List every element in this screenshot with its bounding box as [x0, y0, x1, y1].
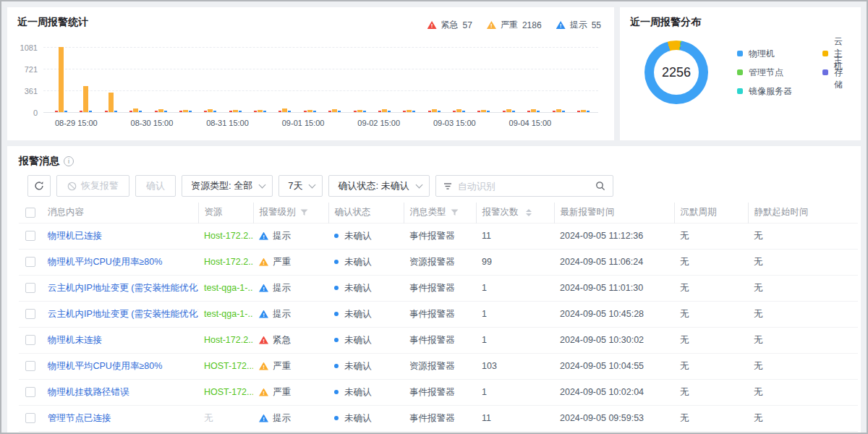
select-value: 资源类型: 全部: [191, 179, 252, 192]
bar: [382, 109, 387, 112]
x-axis-label: 08-29 15:00: [55, 119, 98, 127]
y-tick-label: 361: [25, 87, 38, 95]
filter-funnel-icon[interactable]: [300, 209, 308, 216]
row-checkbox[interactable]: [25, 361, 35, 371]
donut-hole: 2256: [654, 50, 699, 95]
table-row[interactable]: 物理机平均CPU使用率≥80%HOST-172....!严重未确认资源报警器10…: [19, 353, 858, 379]
legend-label: 严重: [501, 19, 518, 31]
table-row[interactable]: 物理机挂载路径错误HOST-172....!严重未确认事件报警器12024-09…: [19, 379, 858, 405]
ack-status: 未确认: [344, 335, 372, 345]
resource-link[interactable]: HOST-172....: [204, 387, 253, 397]
column-header-message-content: 消息内容: [42, 203, 198, 223]
level-triangle-icon: !: [259, 232, 268, 240]
level-triangle-icon: !: [259, 284, 268, 292]
row-checkbox[interactable]: [25, 309, 35, 319]
bar: [332, 109, 337, 112]
bar: [59, 47, 64, 112]
resource-type-select[interactable]: 资源类型: 全部: [182, 175, 273, 197]
select-all-checkbox[interactable]: [25, 208, 35, 218]
latest-alarm-time: 2024-09-05 11:01:30: [554, 275, 674, 301]
bar: [388, 111, 391, 112]
ack-status-select[interactable]: 确认状态: 未确认: [328, 175, 429, 197]
message-type: 事件报警器: [404, 275, 476, 301]
row-checkbox[interactable]: [25, 335, 35, 345]
bar: [338, 111, 341, 112]
row-checkbox[interactable]: [25, 231, 35, 241]
resource-link[interactable]: test-qga-1-...: [204, 283, 253, 293]
legend-item: 管理节点: [737, 67, 822, 79]
bar: [428, 111, 431, 112]
confirm-button[interactable]: 确认: [135, 175, 176, 197]
message-content-link[interactable]: 物理机平均CPU使用率≥80%: [48, 361, 162, 371]
bar-group: [129, 109, 142, 112]
legend-label: 镜像服务器: [749, 85, 792, 98]
search-icon[interactable]: [595, 181, 605, 191]
donut-chart: 2256: [644, 41, 708, 104]
column-header-level: 报警级别: [253, 203, 328, 223]
message-type: 事件报警器: [404, 379, 476, 405]
refresh-button[interactable]: [27, 175, 51, 197]
alarm-count: 1: [476, 275, 554, 301]
bar: [304, 111, 307, 112]
resource-link[interactable]: Host-172.2...: [204, 231, 253, 241]
bar-group: [179, 110, 192, 112]
bar-group: [553, 109, 565, 112]
legend-value: 57: [463, 20, 472, 30]
resource-link[interactable]: HOST-172....: [204, 361, 253, 371]
legend-color-swatch: [737, 69, 743, 75]
table-row[interactable]: 云主机内IP地址变更 (需安装性能优化工具)test-qga-1-...!提示未…: [19, 275, 858, 301]
ack-status-dot: [334, 416, 339, 420]
message-type: 事件报警器: [404, 301, 476, 327]
bar: [64, 111, 67, 112]
table-row[interactable]: 管理节点已连接无!提示未确认事件报警器112024-09-05 09:59:53…: [19, 405, 858, 431]
table-row[interactable]: 物理机已连接Host-172.2...!提示未确认事件报警器112024-09-…: [19, 223, 858, 249]
bar: [233, 110, 238, 113]
restore-alarm-button[interactable]: 恢复报警: [56, 175, 129, 197]
row-checkbox[interactable]: [25, 257, 35, 267]
chevron-down-icon: [309, 181, 316, 188]
bar-group: [428, 109, 441, 112]
table-row[interactable]: 云主机内IP地址变更 (需安装性能优化工具)test-qga-1-...!提示未…: [19, 301, 858, 327]
message-content-link[interactable]: 管理节点已连接: [48, 413, 111, 423]
table-row[interactable]: 物理机平均CPU使用率≥80%Host-172.2...!严重未确认资源报警器9…: [19, 249, 858, 275]
message-content-link[interactable]: 云主机内IP地址变更 (需安装性能优化工具): [48, 283, 198, 293]
resource-link[interactable]: Host-172.2...: [204, 257, 253, 267]
search-input[interactable]: [458, 181, 590, 192]
resource-link[interactable]: Host-172.2...: [204, 335, 253, 345]
message-content-link[interactable]: 物理机未连接: [48, 335, 102, 345]
bar: [213, 111, 216, 112]
level-triangle-icon: !: [259, 336, 268, 344]
period-select[interactable]: 7天: [278, 175, 323, 197]
message-content-link[interactable]: 云主机内IP地址变更 (需安装性能优化工具): [48, 309, 198, 319]
row-checkbox[interactable]: [25, 413, 35, 423]
resource-link[interactable]: test-qga-1-...: [204, 309, 253, 319]
message-content-link[interactable]: 物理机挂载路径错误: [48, 387, 129, 397]
prohibit-icon: [67, 182, 77, 191]
ack-status: 未确认: [344, 361, 372, 371]
sort-icon[interactable]: [526, 209, 532, 216]
legend-label: 紧急: [441, 19, 459, 31]
y-tick-label: 721: [25, 65, 38, 74]
bar-group: [229, 110, 242, 113]
level-triangle-icon: !: [259, 414, 268, 422]
message-content-link[interactable]: 物理机已连接: [48, 231, 102, 241]
ack-status: 未确认: [344, 257, 372, 267]
latest-alarm-time: 2024-09-05 10:02:04: [554, 379, 674, 405]
row-checkbox[interactable]: [25, 283, 35, 293]
search-box[interactable]: [435, 175, 613, 197]
message-content-link[interactable]: 物理机平均CPU使用率≥80%: [48, 257, 162, 267]
level-text: 提示: [273, 282, 291, 294]
x-axis-label: 08-30 15:00: [131, 119, 174, 127]
bar: [438, 111, 441, 112]
x-axis-labels: 08-29 15:0008-30 15:0008-31 15:0009-01 1…: [43, 117, 598, 129]
column-header-silence-period: 沉默周期: [674, 203, 748, 223]
column-header-ack-status: 确认状态: [328, 203, 404, 223]
legend-value: 2186: [522, 20, 542, 30]
filter-funnel-icon[interactable]: [451, 209, 459, 216]
bar: [363, 111, 366, 112]
info-icon[interactable]: i: [64, 156, 74, 166]
ack-status: 未确认: [344, 413, 372, 423]
bar: [164, 111, 167, 112]
table-row[interactable]: 物理机未连接Host-172.2...!紧急未确认事件报警器12024-09-0…: [19, 327, 858, 353]
row-checkbox[interactable]: [25, 387, 35, 397]
